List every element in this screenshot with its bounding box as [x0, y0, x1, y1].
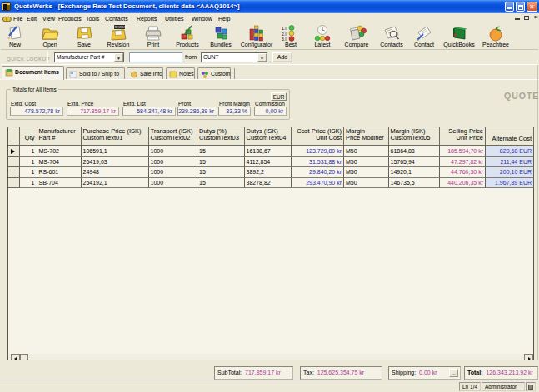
svg-text:REVISION: REVISION: [115, 26, 128, 29]
svg-text:2.I: 2.I: [282, 32, 287, 37]
svg-text:1.I: 1.I: [282, 26, 287, 31]
